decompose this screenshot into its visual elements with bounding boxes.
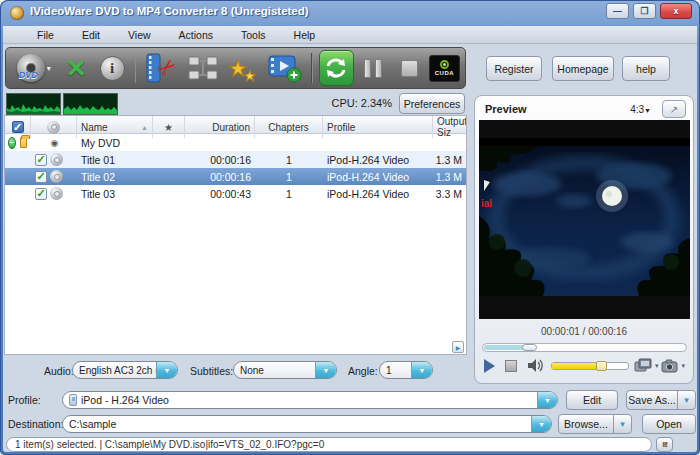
destination-label: Destination: [8, 418, 63, 430]
toolbar: DVD ▾ ✕ i ✂ [5, 47, 466, 89]
cuda-button[interactable]: CUDA [429, 55, 460, 82]
snapshot-list-icon[interactable] [634, 358, 652, 373]
clip-scissors-icon: ✂ [144, 52, 180, 84]
row-duration: 00:00:43 [185, 185, 255, 202]
preferences-button[interactable]: Preferences [399, 93, 465, 114]
row-chapters: 1 [255, 185, 323, 202]
video-display: ial [479, 120, 690, 319]
menu-actions[interactable]: Actions [165, 28, 227, 42]
edit-profile-button[interactable]: Edit [566, 390, 618, 410]
row-checkbox[interactable]: ✓ [35, 171, 47, 183]
add-video-icon [266, 52, 304, 84]
row-chapters: 1 [255, 151, 323, 168]
save-as-menu-button[interactable]: ▼ [677, 390, 696, 410]
remove-button[interactable]: ✕ [60, 49, 93, 87]
angle-dropdown[interactable]: 1 ▼ [379, 361, 433, 379]
video-frame-night-sky [479, 146, 690, 296]
play-button[interactable] [484, 359, 495, 373]
angle-label: Angle: [348, 365, 378, 377]
row-duration: 00:00:16 [185, 151, 255, 168]
volume-fill [552, 363, 599, 369]
delete-icon: ✕ [66, 54, 87, 83]
register-button[interactable]: Register [486, 56, 542, 81]
status-bar: 1 item(s) selected. | C:\sample\My DVD.i… [6, 437, 652, 452]
chevron-down-icon: ▼ [683, 396, 691, 405]
window-title: IVideoWare DVD to MP4 Converter 8 (Unreg… [30, 5, 309, 17]
row-size: 1.3 M [433, 168, 466, 185]
chevron-down-icon: ▾ [47, 64, 51, 73]
profile-dropdown[interactable]: iPod - H.264 Video ▼ [62, 391, 558, 409]
volume-thumb[interactable] [596, 361, 607, 371]
collapse-icon[interactable]: − [8, 137, 16, 149]
clip-button[interactable]: ✂ [142, 49, 180, 87]
seek-thumb[interactable] [522, 344, 537, 351]
row-checkbox[interactable]: ✓ [35, 154, 47, 166]
subtitles-dropdown[interactable]: None ▼ [233, 361, 337, 379]
close-button[interactable]: x [660, 3, 692, 19]
mouse-cursor [484, 180, 490, 191]
status-info-button[interactable]: ‖! [656, 437, 673, 452]
scroll-right-button[interactable]: ▶ [452, 341, 464, 353]
save-as-button[interactable]: Save As... [626, 390, 678, 410]
help-button[interactable]: help [622, 56, 670, 81]
disc-icon [50, 153, 63, 166]
homepage-button[interactable]: Homepage [552, 56, 614, 81]
convert-button[interactable] [319, 50, 354, 86]
row-name: Title 03 [77, 185, 153, 202]
table-row-selected[interactable]: ✓ Title 02 00:00:16 1 iPod-H.264 Video 1… [5, 168, 466, 185]
menu-edit[interactable]: Edit [68, 28, 114, 42]
stop-playback-button[interactable] [505, 360, 517, 372]
maximize-button[interactable]: ❐ [633, 3, 656, 19]
audio-meter-right [63, 93, 118, 115]
menu-file[interactable]: File [23, 28, 68, 42]
volume-slider[interactable] [551, 362, 629, 370]
chevron-down-icon[interactable]: ▾ [655, 362, 659, 370]
chevron-down-icon: ▼ [156, 362, 177, 378]
minimize-button[interactable]: — [606, 3, 629, 19]
menu-tools[interactable]: Tools [227, 28, 280, 42]
select-all-checkbox-icon: ✓ [12, 121, 24, 133]
sort-asc-icon: ▲ [141, 124, 148, 131]
browse-button[interactable]: Browse... [558, 414, 614, 434]
pause-button[interactable] [357, 49, 390, 87]
camera-icon[interactable] [661, 359, 678, 373]
profile-label: Profile: [8, 394, 41, 406]
group-expand-cell: − [5, 134, 31, 151]
watermark-text: ial [481, 198, 492, 209]
menu-view[interactable]: View [114, 28, 165, 42]
chapters-icon [186, 53, 220, 83]
chapters-button[interactable] [184, 49, 222, 87]
menu-help[interactable]: Help [280, 28, 330, 42]
detach-preview-button[interactable]: ↗ [662, 100, 686, 118]
stop-button[interactable] [393, 49, 426, 87]
stop-icon [401, 60, 418, 77]
disc-icon [50, 170, 63, 183]
audio-dropdown[interactable]: English AC3 2ch (0x80 ▼ [72, 361, 178, 379]
row-size: 1.3 M [433, 151, 466, 168]
disc-icon [50, 187, 63, 200]
chevron-down-icon[interactable]: ▾ [681, 362, 685, 370]
info-button[interactable]: i [96, 49, 129, 87]
open-button[interactable]: Open [642, 414, 696, 434]
group-row-my-dvd[interactable]: − ◉ My DVD [5, 134, 466, 151]
aspect-ratio-dropdown[interactable]: 4:3▼ [630, 104, 651, 115]
volume-icon[interactable] [527, 358, 544, 373]
load-dvd-button[interactable]: DVD ▾ [11, 49, 57, 87]
svg-text:★: ★ [243, 67, 256, 84]
chevron-down-icon: ▼ [411, 362, 432, 378]
row-checkbox[interactable]: ✓ [35, 188, 47, 200]
app-window: IVideoWare DVD to MP4 Converter 8 (Unreg… [0, 0, 700, 455]
row-chapters: 1 [255, 168, 323, 185]
row-name: Title 01 [77, 151, 153, 168]
effects-button[interactable]: ★ ★ [225, 49, 262, 87]
destination-field[interactable]: C:\sample ▼ [62, 415, 552, 433]
add-file-button[interactable] [265, 49, 305, 87]
audio-label: Audio: [44, 365, 74, 377]
table-row[interactable]: ✓ Title 03 00:00:43 1 iPod-H.264 Video 3… [5, 185, 466, 202]
seek-progress [484, 345, 525, 350]
browse-menu-button[interactable]: ▼ [613, 414, 632, 434]
table-row[interactable]: ✓ Title 01 00:00:16 1 iPod-H.264 Video 1… [5, 151, 466, 168]
ipod-icon [69, 394, 77, 406]
seek-bar[interactable] [482, 343, 687, 352]
folder-icon [20, 137, 27, 148]
